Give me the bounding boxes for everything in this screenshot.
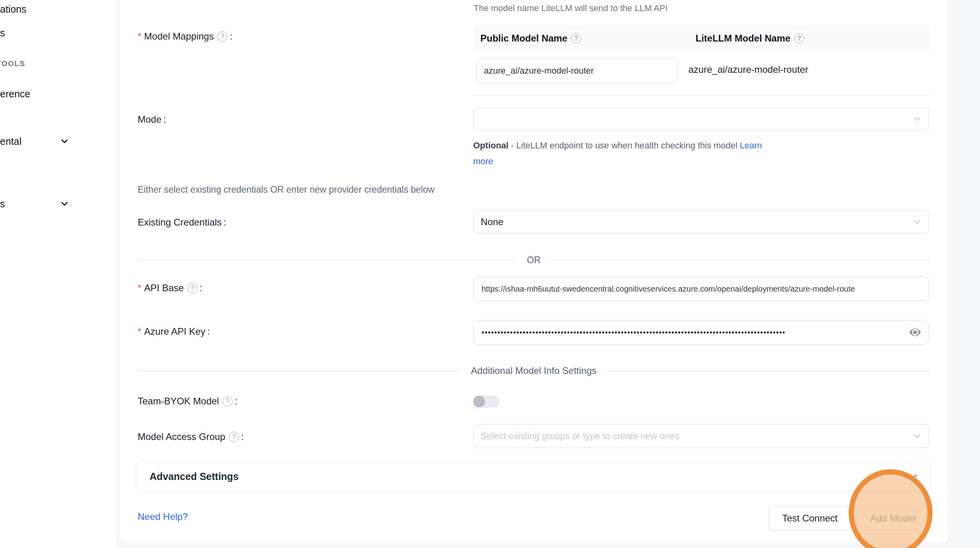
litellm-model-name-value: azure_ai/azure-model-router (688, 64, 808, 75)
existing-credentials-select[interactable]: None (473, 210, 929, 233)
public-model-name-input[interactable] (476, 59, 677, 83)
sidebar-item-organizations[interactable]: ations (0, 2, 27, 16)
sidebar-item-logs[interactable]: s (0, 26, 5, 40)
chevron-down-icon (908, 471, 919, 482)
masked-password-value: ••••••••••••••••••••••••••••••••••••••••… (481, 328, 903, 337)
sidebar-item-experimental[interactable]: ental (0, 135, 79, 148)
model-mappings-table-header: Public Model Name LiteLLM Model Name (473, 25, 929, 51)
existing-credentials-label: Existing Credentials (138, 217, 226, 228)
existing-credentials-value: None (481, 216, 503, 228)
divider-line (138, 370, 461, 371)
column-header-litellm-model-name: LiteLLM Model Name (688, 33, 804, 44)
api-base-input[interactable] (473, 277, 929, 301)
sidebar-item-inference[interactable]: erence (0, 87, 30, 100)
sidebar-item-label: s (0, 27, 5, 39)
chevron-down-icon (912, 114, 922, 124)
help-icon[interactable] (229, 432, 239, 442)
additional-settings-divider-text: Additional Model Info Settings (471, 365, 597, 376)
model-name-hint: The model name LiteLLM will send to the … (474, 3, 667, 13)
column-header-text: Public Model Name (480, 33, 567, 44)
sidebar-item-label: erence (0, 88, 30, 100)
model-access-group-select[interactable]: Select existing groups or type to create… (473, 424, 929, 448)
chevron-down-icon (912, 217, 922, 227)
azure-api-key-label: Azure API Key (138, 326, 210, 337)
advanced-settings-title: Advanced Settings (150, 471, 908, 482)
mode-label: Mode (138, 114, 166, 125)
column-header-text: LiteLLM Model Name (696, 33, 790, 44)
api-base-label-text: API Base (144, 283, 184, 294)
team-byok-label-text: Team-BYOK Model (138, 396, 219, 407)
api-base-label: API Base (138, 283, 202, 294)
model-access-group-label: Model Access Group (138, 431, 244, 442)
advanced-settings-panel[interactable]: Advanced Settings (136, 461, 931, 492)
toggle-password-visibility-button[interactable] (906, 324, 924, 341)
mode-select[interactable] (473, 108, 929, 131)
mode-hint-text: - LiteLLM endpoint to use when health ch… (508, 140, 740, 150)
test-connect-button[interactable]: Test Connect (768, 506, 851, 530)
team-byok-toggle[interactable] (473, 396, 499, 408)
sidebar-item-label: ations (0, 4, 27, 15)
model-access-group-placeholder: Select existing groups or type to create… (481, 431, 679, 442)
eye-icon (908, 326, 922, 339)
divider-line (551, 260, 930, 260)
toggle-knob (473, 396, 485, 408)
sidebar-item-label: s (0, 198, 5, 210)
help-icon[interactable] (187, 283, 197, 293)
chevron-down-icon (912, 431, 922, 441)
sidebar-item-settings[interactable]: s (0, 197, 79, 210)
azure-api-key-input[interactable]: ••••••••••••••••••••••••••••••••••••••••… (473, 320, 929, 345)
or-divider: OR (138, 254, 930, 266)
model-mappings-label: Model Mappings (138, 31, 232, 42)
or-divider-text: OR (527, 255, 541, 265)
mode-label-text: Mode (138, 114, 161, 125)
additional-settings-divider: Additional Model Info Settings (138, 365, 930, 377)
need-help-link[interactable]: Need Help? (138, 511, 188, 522)
help-icon[interactable] (222, 396, 233, 406)
mode-hint: Optional - LiteLLM endpoint to use when … (473, 138, 782, 169)
existing-credentials-label-text: Existing Credentials (138, 217, 222, 228)
table-row-divider (473, 95, 929, 96)
chevron-down-icon (59, 199, 70, 209)
help-icon[interactable] (571, 33, 581, 44)
add-model-button[interactable]: Add Model (857, 506, 929, 530)
help-icon[interactable] (217, 31, 227, 42)
model-access-group-label-text: Model Access Group (138, 431, 225, 442)
azure-api-key-label-text: Azure API Key (144, 326, 205, 337)
team-byok-label: Team-BYOK Model (138, 396, 237, 407)
column-header-public-model-name: Public Model Name (473, 33, 688, 44)
chevron-down-icon (59, 136, 70, 146)
credentials-note: Either select existing credentials OR en… (138, 184, 434, 195)
sidebar: ations s TOOLS erence ental s (0, 0, 117, 548)
divider-line (607, 370, 930, 371)
sidebar-section-tools: TOOLS (0, 59, 25, 68)
help-icon[interactable] (794, 33, 804, 44)
mode-hint-bold: Optional (473, 140, 508, 150)
sidebar-item-label: ental (0, 136, 21, 147)
model-mappings-label-text: Model Mappings (144, 31, 214, 42)
divider-line (138, 260, 517, 260)
